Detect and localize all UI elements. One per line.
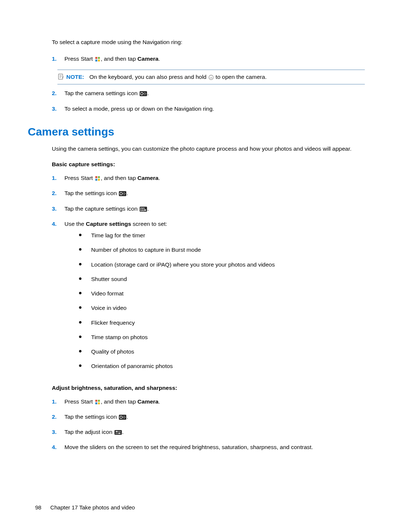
text: Tap the capture settings icon [64,205,139,212]
text: to open the camera. [214,74,267,80]
bullet-item: ●Voice in video [79,304,365,312]
step-3: 3. To select a mode, press up or down on… [52,104,365,113]
step-body: Move the sliders on the screen to set th… [64,443,365,451]
bullet-item: ●Location (storage card or iPAQ) where y… [79,260,365,269]
text: . [159,175,160,181]
bullet-item: ●Flicker frequency [79,318,365,327]
step-body: Tap the camera settings icon . [64,89,365,97]
chapter-title: Chapter 17 Take photos and video [50,504,135,511]
bullet-text: Shutter sound [91,275,127,283]
step-number: 2. [52,189,64,197]
text: . [159,56,160,62]
adjust-step-4: 4. Move the sliders on the screen to set… [52,443,365,451]
bullet-icon: ● [79,260,91,268]
camera-label: Camera [137,398,159,405]
capture-settings-bullets: ●Time lag for the timer ●Number of photo… [79,231,365,371]
start-icon [95,399,100,405]
bullet-icon: ● [79,318,91,326]
step-1: 1. Press Start , and then tap Camera. [52,54,365,63]
text: Press Start [64,175,94,181]
text: Use the [64,221,86,227]
step-body: Tap the settings icon . [64,412,365,421]
step-number: 1. [52,54,64,63]
step-number: 1. [52,397,64,406]
bullet-icon: ● [79,289,91,297]
bullet-icon: ● [79,275,91,282]
text: Tap the adjust icon [64,429,114,435]
bullet-item: ●Shutter sound [79,275,365,283]
text: . [159,398,160,405]
page-footer: 98 Chapter 17 Take photos and video [35,504,135,511]
bullet-text: Time lag for the timer [91,231,145,240]
bullet-text: Location (storage card or iPAQ) where yo… [91,260,275,269]
step-body: Tap the settings icon . [64,189,365,197]
bullet-text: Flicker frequency [91,318,135,327]
bullet-icon: ● [79,231,91,238]
bullet-icon: ● [79,245,91,253]
basic-step-4: 4. Use the Capture settings screen to se… [52,220,365,377]
text: . [147,205,149,212]
camera-label: Camera [137,175,159,181]
basic-step-2: 2. Tap the settings icon . [52,189,365,197]
adjust-step-3: 3. Tap the adjust icon . [52,428,365,436]
heading-camera-settings: Camera settings [28,126,365,138]
text: Tap the settings icon [64,190,119,196]
bullet-icon: ● [79,362,91,369]
step-number: 1. [52,174,64,182]
text: . [127,190,128,196]
capture-settings-label: Capture settings [86,221,131,227]
start-icon [95,57,100,62]
settings-icon [119,415,126,420]
bullet-item: ●Orientation of panoramic photos [79,362,365,370]
step-body: Use the Capture settings screen to set: … [64,220,365,377]
step-body: Tap the adjust icon . [64,428,365,436]
text: . [147,90,149,96]
settings-icon [119,191,126,196]
subhead-adjust: Adjust brightness, saturation, and sharp… [52,385,365,391]
step-number: 3. [52,104,64,113]
text: Tap the camera settings icon [64,90,139,96]
step-number: 2. [52,412,64,421]
text: Press Start [64,56,94,62]
capture-settings-icon [140,207,147,212]
colon: : [113,161,115,167]
subhead-basic: Basic capture settings: [52,161,365,168]
bullet-text: Orientation of panoramic photos [91,362,173,370]
colon: : [175,385,177,391]
bullet-item: ●Video format [79,289,365,298]
step-number: 2. [52,89,64,97]
note-label: NOTE: [66,74,84,80]
text: . [122,429,124,435]
bullet-text: Number of photos to capture in Burst mod… [91,245,201,254]
text: . [127,414,128,420]
text: , and then tap [101,175,137,181]
bullet-text: Quality of photos [91,347,134,356]
text: On the keyboard, you can also press and … [89,74,208,80]
basic-steps-list: 1. Press Start , and then tap Camera. 2.… [52,174,365,377]
camera-label: Camera [137,56,159,62]
note-text: On the keyboard, you can also press and … [89,74,267,80]
step-body: Tap the capture settings icon . [64,204,365,213]
section-intro: Using the camera settings, you can custo… [52,145,365,153]
step-body: Press Start , and then tap Camera. [64,54,365,63]
bullet-item: ●Number of photos to capture in Burst mo… [79,245,365,254]
camera-settings-icon [140,91,147,96]
top-steps-list: 1. Press Start , and then tap Camera. [52,54,365,63]
step-body: Press Start , and then tap Camera. [64,397,365,406]
step-number: 3. [52,428,64,436]
intro-text: To select a capture mode using the Navig… [52,39,365,46]
note-callout: NOTE: On the keyboard, you can also pres… [57,70,365,84]
bullet-icon: ● [79,304,91,311]
step-2: 2. Tap the camera settings icon . [52,89,365,97]
ok-icon [209,75,214,80]
adjust-icon [114,430,122,435]
adjust-step-1: 1. Press Start , and then tap Camera. [52,397,365,406]
bullet-icon: ● [79,333,91,340]
step-number: 4. [52,220,64,228]
basic-step-3: 3. Tap the capture settings icon . [52,204,365,213]
basic-step-1: 1. Press Start , and then tap Camera. [52,174,365,182]
text: screen to set: [131,221,167,227]
text: , and then tap [101,398,137,405]
bullet-item: ●Quality of photos [79,347,365,356]
document-page: To select a capture mode using the Navig… [0,0,400,452]
